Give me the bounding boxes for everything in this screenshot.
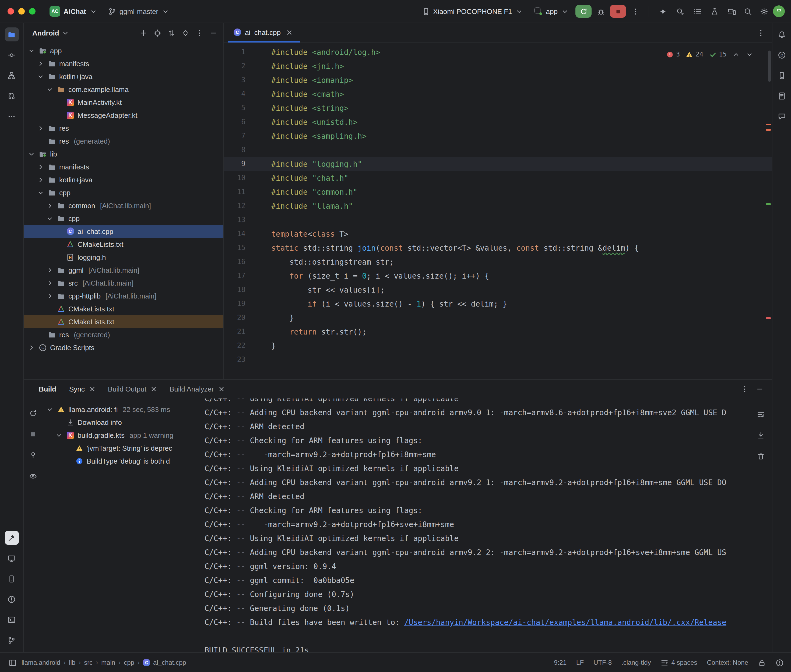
- device-mirroring-button[interactable]: [725, 4, 738, 18]
- branch-selector[interactable]: ggml-master: [104, 5, 174, 18]
- rerun-build-button[interactable]: [26, 406, 40, 420]
- scroll-to-end-button[interactable]: [754, 428, 768, 442]
- next-problem-button[interactable]: [746, 50, 754, 58]
- pin-tab-button[interactable]: [26, 448, 40, 462]
- code-line[interactable]: 10#include "chat.h": [224, 171, 772, 185]
- status-context-none[interactable]: Context: None: [707, 659, 748, 666]
- chevron-right-icon[interactable]: [36, 163, 45, 171]
- chevron-right-icon[interactable]: [45, 292, 54, 300]
- build-tree-item-build-gradle-kts[interactable]: Kbuild.gradle.ktsapp 1 warning: [42, 429, 192, 442]
- status-4-spaces[interactable]: 4 spaces: [661, 659, 697, 667]
- chevron-down-icon[interactable]: [27, 150, 35, 158]
- status-9-21[interactable]: 9:21: [554, 659, 566, 666]
- code-line[interactable]: 18 str << values[i];: [224, 283, 772, 297]
- chevron-right-icon[interactable]: [45, 266, 54, 274]
- code-line[interactable]: 19 if (i < values.size() - 1) { str << d…: [224, 297, 772, 311]
- code-line[interactable]: 14template<class T>: [224, 227, 772, 241]
- project-tree-item-lib[interactable]: lib: [24, 147, 223, 160]
- add-button[interactable]: [136, 26, 150, 40]
- code-line[interactable]: 17 for (size_t i = 0; i < values.size();…: [224, 269, 772, 283]
- build-tree-item-jvmtarget-string-is-deprec[interactable]: 'jvmTarget: String' is deprec: [42, 442, 192, 454]
- code-line[interactable]: 5#include <string>: [224, 101, 772, 115]
- chevron-down-icon[interactable]: [36, 189, 45, 197]
- code-line[interactable]: 3#include <iomanip>: [224, 73, 772, 87]
- breadcrumb-ai-chat-cpp[interactable]: Cai_chat.cpp: [143, 659, 186, 666]
- project-tree-item-messageadapter-kt[interactable]: KMessageAdapter.kt: [24, 109, 223, 122]
- code-line[interactable]: 8: [224, 143, 772, 157]
- code-line[interactable]: 6#include <unistd.h>: [224, 115, 772, 129]
- build-variants-button[interactable]: [707, 4, 721, 18]
- run-configuration-selector[interactable]: app: [530, 5, 573, 18]
- project-tree-item-manifests[interactable]: manifests: [24, 57, 223, 70]
- chevron-down-icon[interactable]: [61, 29, 69, 37]
- build-console[interactable]: C/C++: -- Using KleidiAI optimized kerne…: [192, 398, 772, 652]
- build-panel-title[interactable]: Build: [39, 385, 56, 393]
- status-lf[interactable]: LF: [576, 659, 584, 666]
- chevron-right-icon[interactable]: [45, 279, 54, 287]
- chevron-down-icon[interactable]: [45, 405, 54, 413]
- chevron-down-icon[interactable]: [36, 72, 45, 80]
- more-tool-windows-button[interactable]: [5, 109, 19, 123]
- build-tab-build-output[interactable]: Build Output: [103, 380, 164, 398]
- project-tree-item-manifests[interactable]: manifests: [24, 160, 223, 173]
- project-tree-item-cpp-httplib[interactable]: cpp-httplib[AiChat.lib.main]: [24, 290, 223, 302]
- project-tree-item-logging-h[interactable]: Hlogging.h: [24, 251, 223, 264]
- project-tree-item-ggml[interactable]: ggml[AiChat.lib.main]: [24, 264, 223, 277]
- inspections-monitor-icon[interactable]: [776, 659, 784, 667]
- chevron-down-icon[interactable]: [55, 431, 63, 439]
- settings-button[interactable]: [757, 4, 771, 18]
- logcat-tool-button[interactable]: [775, 89, 789, 103]
- code-line[interactable]: 22}: [224, 339, 772, 353]
- console-link[interactable]: /Users/hanyin/Workspace/ai-chat/examples…: [404, 618, 727, 627]
- previous-problem-button[interactable]: [732, 50, 740, 58]
- lock-icon[interactable]: [758, 659, 766, 667]
- build-tab-build-analyzer[interactable]: Build Analyzer: [164, 380, 232, 398]
- task-list-button[interactable]: [690, 4, 704, 18]
- project-tree-item-src[interactable]: src[AiChat.lib.main]: [24, 277, 223, 290]
- inspections-widget[interactable]: 3 24 15: [666, 47, 754, 61]
- build-tab-sync[interactable]: Sync: [64, 380, 103, 398]
- project-tree-item-kotlin-java[interactable]: kotlin+java: [24, 70, 223, 83]
- more-actions-button[interactable]: [628, 4, 642, 18]
- project-options-button[interactable]: [192, 26, 206, 40]
- close-tab-button[interactable]: [149, 384, 159, 394]
- code-line[interactable]: 15static std::string join(const std::vec…: [224, 241, 772, 255]
- project-tool-button[interactable]: [5, 27, 19, 42]
- zoom-window-button[interactable]: [29, 8, 35, 14]
- project-tree-item-mainactivity-kt[interactable]: KMainActivity.kt: [24, 96, 223, 109]
- editor-options-button[interactable]: [754, 26, 768, 40]
- project-tree-item-cmakelists-txt[interactable]: CMakeLists.txt: [24, 315, 223, 328]
- app-quality-insights-tool-button[interactable]: [775, 109, 789, 123]
- status-utf-8[interactable]: UTF-8: [594, 659, 612, 666]
- minimize-window-button[interactable]: [18, 8, 25, 14]
- project-tree-item-cmakelists-txt[interactable]: CMakeLists.txt: [24, 302, 223, 315]
- gemini-assistant-button[interactable]: [656, 4, 670, 18]
- terminal-tool-button[interactable]: [5, 613, 19, 627]
- build-options-button[interactable]: [738, 382, 751, 396]
- close-tab-button[interactable]: [87, 384, 97, 394]
- editor-scrollbar[interactable]: [768, 51, 771, 82]
- rerun-button[interactable]: [575, 5, 592, 18]
- debug-button[interactable]: [594, 4, 608, 18]
- device-selector[interactable]: Xiaomi POCOPHONE F1: [417, 5, 528, 18]
- project-tree-item-ai-chat-cpp[interactable]: Cai_chat.cpp: [24, 225, 223, 238]
- code-line[interactable]: 13: [224, 213, 772, 227]
- code-line[interactable]: 7#include <sampling.h>: [224, 129, 772, 143]
- version-control-tool-button[interactable]: [5, 633, 19, 647]
- project-tree-item-res[interactable]: res(generated): [24, 134, 223, 147]
- project-tree-item-kotlin-java[interactable]: kotlin+java: [24, 173, 223, 186]
- chevron-right-icon[interactable]: [45, 202, 54, 210]
- chevron-down-icon[interactable]: [45, 85, 54, 93]
- project-tree-item-com-example-llama[interactable]: com.example.llama: [24, 83, 223, 96]
- search-everywhere-button[interactable]: [741, 4, 755, 18]
- code-line[interactable]: 21 return str.str();: [224, 325, 772, 339]
- chevron-right-icon[interactable]: [36, 124, 45, 132]
- chevron-down-icon[interactable]: [27, 46, 35, 54]
- project-tree-item-res[interactable]: res(generated): [24, 328, 223, 341]
- project-tree-item-cpp[interactable]: cpp: [24, 212, 223, 225]
- select-opened-file-button[interactable]: [150, 26, 164, 40]
- code-line[interactable]: 11#include "common.h": [224, 185, 772, 199]
- stop-build-button[interactable]: [26, 427, 40, 441]
- chevron-right-icon[interactable]: [27, 343, 35, 352]
- device-explorer-tool-button[interactable]: [775, 68, 789, 82]
